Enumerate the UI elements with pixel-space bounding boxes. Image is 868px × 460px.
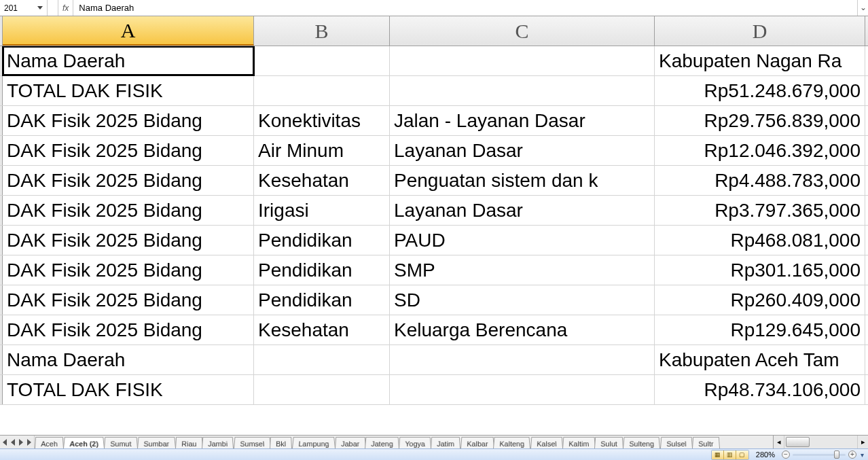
- cell[interactable]: [390, 375, 655, 404]
- name-box-dropdown-icon[interactable]: [37, 6, 43, 10]
- cell[interactable]: Pendidikan: [254, 226, 390, 255]
- cell[interactable]: DAK Fisik 2025 Bidang: [3, 226, 254, 255]
- sheet-tab[interactable]: Sumbar: [137, 437, 176, 448]
- tab-nav-prev-icon[interactable]: [11, 439, 15, 446]
- formula-bar-divider: [48, 0, 58, 16]
- cell[interactable]: [254, 375, 390, 404]
- cell[interactable]: Rp3.797.365,000: [655, 196, 865, 225]
- cell[interactable]: Rp301.165,000: [655, 255, 865, 285]
- column-header-C[interactable]: C: [390, 16, 655, 46]
- sheet-tab[interactable]: Kaltim: [562, 437, 596, 448]
- cell[interactable]: Jalan - Layanan Dasar: [390, 106, 655, 135]
- sheet-tab[interactable]: Riau: [175, 437, 203, 448]
- hscroll-thumb[interactable]: [786, 437, 810, 447]
- view-page-break-button[interactable]: ▢: [736, 450, 748, 459]
- view-page-layout-button[interactable]: ▥: [724, 450, 736, 459]
- table-row: TOTAL DAK FISIKRp48.734.106,000: [0, 375, 868, 405]
- cell[interactable]: Kesehatan: [254, 166, 390, 195]
- sheet-tab[interactable]: Jateng: [365, 437, 399, 448]
- sheet-tab[interactable]: Lampung: [292, 437, 336, 448]
- sheet-tab[interactable]: Jabar: [335, 437, 366, 448]
- sheet-tab[interactable]: Bkl: [270, 437, 292, 448]
- cell[interactable]: [254, 46, 390, 75]
- tab-nav-next-icon[interactable]: [19, 439, 23, 446]
- cell[interactable]: Rp129.645,000: [655, 315, 865, 344]
- cell[interactable]: Konektivitas: [254, 106, 390, 135]
- cell[interactable]: Layanan Dasar: [390, 196, 655, 225]
- sheet-tab[interactable]: Jambi: [202, 437, 234, 448]
- tab-nav-last-icon[interactable]: [27, 439, 31, 446]
- cell[interactable]: TOTAL DAK FISIK: [3, 76, 254, 105]
- cell[interactable]: TOTAL DAK FISIK: [3, 375, 254, 404]
- cell[interactable]: DAK Fisik 2025 Bidang: [3, 315, 254, 344]
- cell[interactable]: Rp260.409,000: [655, 285, 865, 315]
- zoom-in-button[interactable]: +: [848, 450, 856, 459]
- cell[interactable]: Air Minum: [254, 136, 390, 165]
- sheet-tab[interactable]: Sumsel: [234, 437, 271, 448]
- zoom-percent[interactable]: 280%: [753, 450, 778, 459]
- zoom-track[interactable]: [793, 454, 846, 456]
- status-bar-menu-icon[interactable]: ▾: [861, 451, 864, 459]
- cell[interactable]: Kabupaten Nagan Ra: [655, 46, 865, 75]
- cell[interactable]: [390, 345, 655, 374]
- sheet-tab[interactable]: Yogya: [399, 437, 431, 448]
- sheet-tab[interactable]: Aceh (2): [63, 437, 105, 448]
- cell[interactable]: Pendidikan: [254, 285, 390, 315]
- sheet-tab[interactable]: Sultr: [692, 437, 720, 448]
- cell[interactable]: Rp48.734.106,000: [655, 375, 865, 404]
- cell[interactable]: DAK Fisik 2025 Bidang: [3, 166, 254, 195]
- cell[interactable]: DAK Fisik 2025 Bidang: [3, 106, 254, 135]
- cell[interactable]: SD: [390, 285, 655, 315]
- cell[interactable]: Rp4.488.783,000: [655, 166, 865, 195]
- cell[interactable]: Nama Daerah: [3, 345, 254, 374]
- horizontal-scrollbar[interactable]: ◂ ▸: [773, 436, 868, 448]
- formula-bar-content[interactable]: Nama Daerah: [73, 0, 857, 16]
- hscroll-track[interactable]: [784, 436, 857, 448]
- cell[interactable]: [390, 46, 655, 75]
- cell[interactable]: DAK Fisik 2025 Bidang: [3, 285, 254, 315]
- sheet-tab[interactable]: Sumut: [104, 437, 138, 448]
- sheet-tab[interactable]: Kalteng: [493, 437, 530, 448]
- cell[interactable]: Irigasi: [254, 196, 390, 225]
- tab-nav-first-icon[interactable]: [3, 439, 7, 446]
- sheet-tab[interactable]: Aceh: [35, 437, 64, 448]
- hscroll-right-icon[interactable]: ▸: [857, 436, 868, 448]
- cell[interactable]: DAK Fisik 2025 Bidang: [3, 196, 254, 225]
- cell[interactable]: DAK Fisik 2025 Bidang: [3, 255, 254, 285]
- name-box[interactable]: 201: [0, 0, 48, 16]
- cell[interactable]: Layanan Dasar: [390, 136, 655, 165]
- cell[interactable]: Keluarga Berencana: [390, 315, 655, 344]
- sheet-tab[interactable]: Sulteng: [623, 437, 660, 448]
- cell[interactable]: SMP: [390, 255, 655, 285]
- formula-bar-expand-icon[interactable]: ⌄: [857, 0, 868, 16]
- cell[interactable]: PAUD: [390, 226, 655, 255]
- spreadsheet-grid: ABCD Nama DaerahKabupaten Nagan RaTOTAL …: [0, 16, 868, 426]
- cell[interactable]: [254, 76, 390, 105]
- cell[interactable]: Kesehatan: [254, 315, 390, 344]
- cell[interactable]: Kabupaten Aceh Tam: [655, 345, 865, 374]
- cell[interactable]: Rp468.081,000: [655, 226, 865, 255]
- sheet-tab[interactable]: Sulsel: [660, 437, 693, 448]
- cell[interactable]: Penguatan sistem dan k: [390, 166, 655, 195]
- cell[interactable]: Rp29.756.839,000: [655, 106, 865, 135]
- cell[interactable]: [254, 345, 390, 374]
- cell[interactable]: Pendidikan: [254, 255, 390, 285]
- sheet-tab[interactable]: Kalbar: [460, 437, 494, 448]
- fx-label[interactable]: fx: [58, 0, 73, 16]
- hscroll-left-icon[interactable]: ◂: [774, 436, 784, 448]
- zoom-thumb[interactable]: [834, 450, 839, 459]
- zoom-slider[interactable]: − +: [782, 450, 856, 459]
- zoom-out-button[interactable]: −: [782, 450, 790, 459]
- cell[interactable]: Rp12.046.392,000: [655, 136, 865, 165]
- column-header-D[interactable]: D: [655, 16, 865, 46]
- view-normal-button[interactable]: ▦: [712, 450, 724, 459]
- sheet-tab[interactable]: Jatim: [431, 437, 460, 448]
- cell[interactable]: [390, 76, 655, 105]
- cell[interactable]: Rp51.248.679,000: [655, 76, 865, 105]
- cell[interactable]: Nama Daerah: [3, 46, 254, 75]
- column-header-B[interactable]: B: [254, 16, 390, 46]
- sheet-tab[interactable]: Sulut: [594, 437, 623, 448]
- sheet-tab[interactable]: Kalsel: [530, 437, 563, 448]
- cell[interactable]: DAK Fisik 2025 Bidang: [3, 136, 254, 165]
- column-header-A[interactable]: A: [3, 16, 254, 46]
